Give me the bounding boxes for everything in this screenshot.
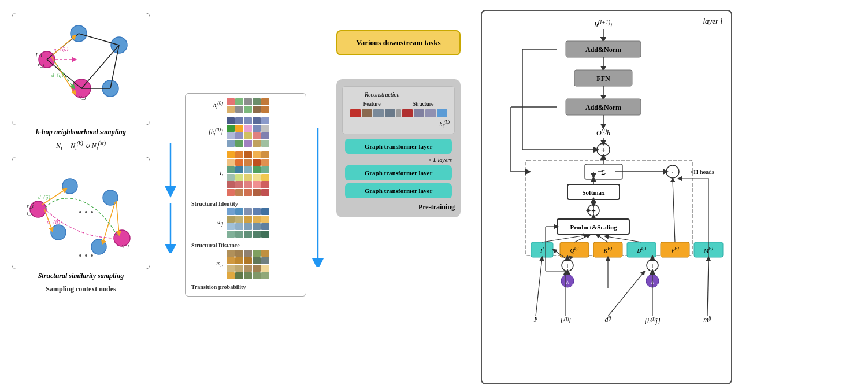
graph-transformer-2: Graph transformer layer — [345, 165, 452, 180]
middle-section: hi(0) {hj(0)} — [185, 27, 306, 362]
svg-point-25 — [79, 254, 81, 257]
svg-text:·: · — [672, 168, 673, 176]
bottom-graph-label: Structural similarity sampling — [3, 272, 159, 280]
svg-point-17 — [103, 190, 118, 205]
left-section: I_i v_i v_j m_{ij,} d_{ij} k-hop neighbo… — [3, 10, 159, 380]
svg-line-82 — [542, 235, 586, 242]
Ii-grid-3 — [227, 181, 269, 196]
hi0-label: hi(0) — [191, 101, 223, 110]
feature-row-dij: dij — [191, 208, 300, 238]
svg-line-108 — [608, 272, 644, 316]
pretrain-section: Various downstream tasks Reconstruction … — [336, 27, 469, 362]
svg-point-22 — [79, 211, 81, 213]
graph-transformer-1: Graph transformer layer — [345, 139, 452, 154]
bottom-graph-svg: v_i I_i v_j d_{ij} m_{ij} — [12, 157, 149, 268]
svg-text:{h(l)j}: {h(l)j} — [644, 316, 661, 325]
svg-text:O(l)h: O(l)h — [596, 128, 610, 137]
feature-row-hj0: {hj(0)} — [191, 117, 300, 147]
svg-text:+: + — [650, 261, 654, 270]
structural-identity-label: Structural Identity — [191, 201, 300, 207]
feature-row-hi0: hi(0) — [191, 98, 300, 113]
svg-text:v_i: v_i — [27, 202, 34, 209]
svg-text:FFN: FFN — [596, 75, 610, 83]
mij-grid-2 — [227, 265, 269, 279]
feature-row-Ii: Ii — [191, 151, 300, 196]
pretrain-box: Reconstruction Feature Structure — [336, 79, 461, 217]
hi0-grid — [227, 98, 269, 113]
feature-row-mij: mij — [191, 250, 300, 279]
svg-text:h(l)i: h(l)i — [561, 316, 571, 325]
hj0-label: {hj(0)} — [191, 127, 223, 136]
bottom-graph-box: v_i I_i v_j d_{ij} m_{ij} — [12, 157, 150, 269]
svg-text:v_i: v_i — [38, 61, 44, 68]
recon-header: Reconstruction — [347, 91, 450, 98]
svg-text:Add&Norm: Add&Norm — [585, 103, 621, 112]
svg-text:d_{ij}: d_{ij} — [51, 72, 64, 78]
feature-grid-container: hi(0) {hj(0)} — [185, 93, 306, 297]
svg-line-85 — [606, 236, 641, 242]
recon-sublabels: Feature Structure — [347, 101, 450, 107]
svg-point-16 — [62, 179, 77, 194]
reconstruction-box: Reconstruction Feature Structure — [342, 86, 455, 134]
transition-prob-label: Transition probability — [191, 284, 300, 290]
downstream-box: Various downstream tasks — [336, 30, 461, 55]
svg-point-26 — [85, 254, 87, 257]
downstream-label: Various downstream tasks — [357, 38, 441, 47]
formula-text: Ni = Ni(k) ∪ Ni(st) — [3, 140, 159, 151]
layer-box: layer l h(l+1)i Add&Norm — [481, 10, 732, 384]
svg-text:Add&Norm: Add&Norm — [585, 46, 621, 54]
hj0-grid-2 — [227, 132, 269, 147]
svg-text:d_{ij}: d_{ij} — [38, 194, 51, 200]
main-diagram: I_i v_i v_j m_{ij,} d_{ij} k-hop neighbo… — [0, 0, 868, 389]
Ii-grid-2 — [227, 166, 269, 181]
svg-text:I_i: I_i — [35, 51, 42, 58]
structural-distance-label: Structural Distance — [191, 242, 300, 249]
svg-line-83 — [574, 235, 589, 242]
svg-point-27 — [91, 254, 93, 257]
svg-text:h(l+1)i: h(l+1)i — [594, 19, 613, 29]
left-to-middle-arrow — [162, 137, 179, 253]
graph-transformer-3: Graph transformer layer — [345, 183, 452, 198]
right-section: layer l h(l+1)i Add&Norm — [481, 10, 735, 380]
svg-text:v_j: v_j — [122, 243, 129, 249]
svg-text:Softmax: Softmax — [582, 189, 605, 196]
svg-text:mij: mij — [703, 315, 711, 324]
svg-text:v_j: v_j — [79, 94, 86, 100]
svg-text:I_i: I_i — [26, 210, 32, 216]
recon-color-blocks — [347, 109, 450, 117]
mij-label: mij — [191, 260, 223, 268]
top-graph-label: k-hop neighbourhood sampling — [3, 128, 159, 136]
dij-grid-2 — [227, 223, 269, 238]
pretraining-label: Pre-training — [418, 203, 455, 212]
Ii-grid-1 — [227, 151, 269, 166]
svg-point-23 — [85, 211, 87, 213]
svg-line-110 — [707, 258, 709, 316]
Ii-label: Ii — [191, 169, 223, 177]
dij-grid-1 — [227, 208, 269, 223]
svg-text:m_{ij}: m_{ij} — [47, 219, 61, 225]
mij-grid-1 — [227, 250, 269, 264]
svg-line-106 — [536, 258, 542, 316]
svg-line-86 — [673, 180, 675, 242]
svg-text:+: + — [565, 261, 569, 270]
svg-text:dij: dij — [604, 315, 611, 324]
svg-point-24 — [91, 211, 93, 213]
top-graph-svg: I_i v_i v_j m_{ij,} d_{ij} — [12, 13, 149, 124]
svg-text:j: j — [656, 281, 658, 287]
sampling-caption: Sampling context nodes — [3, 285, 159, 294]
svg-text:Product&Scaling: Product&Scaling — [570, 224, 617, 231]
svg-point-18 — [51, 225, 66, 240]
svg-point-19 — [91, 239, 106, 254]
svg-text:m_{ij,}: m_{ij,} — [54, 46, 69, 52]
hiL-label: hi(L) — [347, 120, 450, 129]
svg-text:λ: λ — [566, 278, 569, 285]
top-graph-box: I_i v_i v_j m_{ij,} d_{ij} — [12, 13, 150, 125]
hj0-grid-1 — [227, 117, 269, 132]
layer-diagram: h(l+1)i Add&Norm FFN Add&Norm O(l)h — [482, 11, 733, 386]
x-l-layers-label: × L layers — [345, 157, 452, 163]
middle-to-pretrain-arrow — [309, 123, 327, 267]
dij-label: dij — [191, 218, 223, 227]
svg-text:×H heads: ×H heads — [690, 168, 714, 175]
svg-text:+: + — [601, 146, 606, 154]
svg-text:Ii: Ii — [533, 315, 538, 324]
